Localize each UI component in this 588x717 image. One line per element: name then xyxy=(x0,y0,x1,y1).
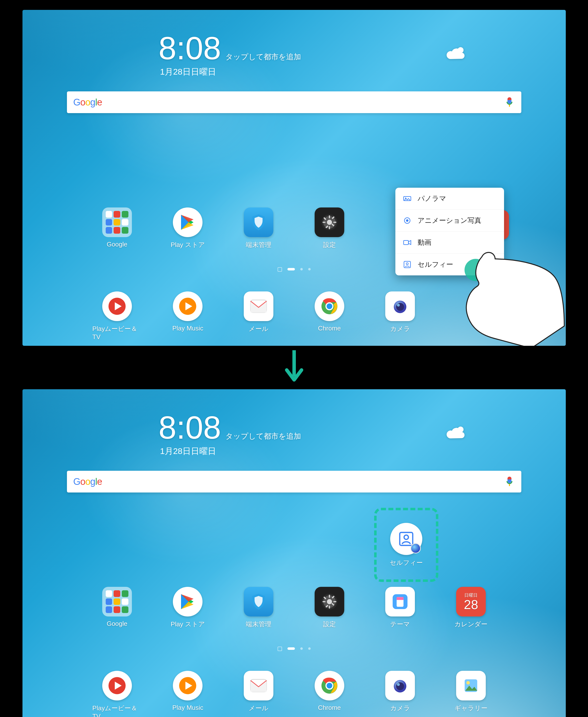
app-label: Playムービー＆TV xyxy=(92,324,142,341)
play-movies-icon xyxy=(102,671,132,700)
app-grid-row-2: Playムービー＆TV Play Music メール Chrome カメラ ギャ… xyxy=(82,671,506,717)
page-dot[interactable] xyxy=(300,647,303,650)
home-page-dot[interactable] xyxy=(278,267,282,272)
popup-item-label: パノラマ xyxy=(418,194,446,203)
app-label: Play ストア xyxy=(171,240,205,249)
app-grid-row-1: Google Play ストア 端末管理 設定 テーマ 日曜日 28 カレンダー xyxy=(82,587,506,629)
clock-add-city-hint[interactable]: タップして都市を追加 xyxy=(226,52,301,62)
tablet-home-screen-after: 8:08 タップして都市を追加 1月28日日曜日 Google セルフィー xyxy=(22,389,566,717)
google-search-bar[interactable]: Google xyxy=(67,471,521,492)
page-dot[interactable] xyxy=(288,268,295,271)
weather-widget[interactable] xyxy=(443,41,467,65)
folder-icon xyxy=(102,587,132,616)
app-label: Google xyxy=(107,240,127,248)
clock-time: 8:08 xyxy=(159,32,221,64)
gallery-app[interactable]: ギャラリー xyxy=(446,671,496,717)
themes-app[interactable]: テーマ xyxy=(375,587,425,629)
popup-item-label: アニメーション写真 xyxy=(418,216,481,225)
camera-app[interactable]: カメラ xyxy=(375,671,425,717)
play-store-app[interactable]: Play ストア xyxy=(163,587,212,629)
app-label: メール xyxy=(249,704,269,713)
gallery-icon xyxy=(456,671,486,700)
popup-item-label: セルフィー xyxy=(418,260,453,269)
app-label: カレンダー xyxy=(455,620,487,629)
google-folder[interactable]: Google xyxy=(92,587,142,629)
play-music-icon xyxy=(173,292,203,321)
phone-manager-app[interactable]: 端末管理 xyxy=(234,208,283,249)
play-music-icon xyxy=(173,671,203,700)
app-label: テーマ xyxy=(390,620,410,629)
tablet-home-screen-before: 8:08 タップして都市を追加 1月28日日曜日 Google 日曜日 28 G… xyxy=(22,10,566,346)
voice-search-icon[interactable] xyxy=(504,476,515,488)
page-dot[interactable] xyxy=(308,647,311,650)
google-logo: Google xyxy=(74,477,102,487)
settings-app[interactable]: 設定 xyxy=(305,208,354,249)
chrome-icon xyxy=(315,292,344,321)
mail-app[interactable]: メール xyxy=(234,671,283,717)
clock-widget[interactable]: 8:08 タップして都市を追加 1月28日日曜日 xyxy=(159,412,301,457)
chrome-app[interactable]: Chrome xyxy=(305,671,354,717)
play-movies-app[interactable]: Playムービー＆TV xyxy=(92,671,142,717)
app-label: メール xyxy=(249,324,269,333)
page-dot[interactable] xyxy=(300,268,303,271)
app-label: Play Music xyxy=(172,324,204,332)
popup-item-label: 動画 xyxy=(418,238,432,247)
mail-app[interactable]: メール xyxy=(234,292,283,341)
camera-icon xyxy=(385,292,415,321)
app-label: 設定 xyxy=(323,620,336,629)
shield-icon xyxy=(244,208,273,237)
camera-lens-badge-icon xyxy=(411,543,421,553)
settings-app[interactable]: 設定 xyxy=(305,587,354,629)
page-dot[interactable] xyxy=(288,647,295,650)
app-label: Chrome xyxy=(318,704,341,712)
app-label: Play Music xyxy=(172,704,204,712)
page-indicator[interactable] xyxy=(22,647,566,651)
selfie-shortcut-highlight: セルフィー xyxy=(374,508,438,582)
app-label: カメラ xyxy=(390,324,410,333)
selfie-icon xyxy=(402,259,412,270)
google-search-bar[interactable]: Google xyxy=(67,91,521,113)
camera-icon xyxy=(385,671,415,700)
play-store-icon xyxy=(173,587,203,616)
chrome-app[interactable]: Chrome xyxy=(305,292,354,341)
voice-search-icon[interactable] xyxy=(504,96,515,108)
play-music-app[interactable]: Play Music xyxy=(163,292,212,341)
mail-icon xyxy=(244,292,273,321)
gear-icon xyxy=(315,587,344,616)
mail-icon xyxy=(244,671,273,700)
camera-app[interactable]: カメラ xyxy=(375,292,425,341)
status-widgets: 8:08 タップして都市を追加 1月28日日曜日 xyxy=(22,412,566,457)
theme-icon xyxy=(385,587,415,616)
calendar-app[interactable]: 日曜日 28 カレンダー xyxy=(446,587,496,629)
play-music-app[interactable]: Play Music xyxy=(163,671,212,717)
popup-item-animation-photo[interactable]: アニメーション写真 xyxy=(395,209,504,231)
popup-item-panorama[interactable]: パノラマ xyxy=(395,188,504,209)
app-label: Chrome xyxy=(318,324,341,332)
clock-widget[interactable]: 8:08 タップして都市を追加 1月28日日曜日 xyxy=(159,32,301,78)
play-movies-app[interactable]: Playムービー＆TV xyxy=(92,292,142,341)
app-label: 端末管理 xyxy=(246,620,271,629)
google-folder[interactable]: Google xyxy=(92,208,142,249)
app-grid-row-2: Playムービー＆TV Play Music メール Chrome カメラ xyxy=(82,292,506,341)
page-dot[interactable] xyxy=(308,268,311,271)
calendar-icon: 日曜日 28 xyxy=(456,587,486,616)
record-icon xyxy=(402,216,412,226)
app-label: 端末管理 xyxy=(246,240,271,249)
app-label: 設定 xyxy=(323,240,336,249)
play-store-app[interactable]: Play ストア xyxy=(163,208,212,249)
home-page-dot[interactable] xyxy=(278,647,282,651)
transition-arrow-icon xyxy=(0,350,588,385)
selfie-shortcut[interactable] xyxy=(390,523,422,555)
app-label: Playムービー＆TV xyxy=(92,704,142,717)
clock-date: 1月28日日曜日 xyxy=(160,446,216,457)
google-logo: Google xyxy=(74,97,102,108)
clock-add-city-hint[interactable]: タップして都市を追加 xyxy=(226,431,301,441)
status-widgets: 8:08 タップして都市を追加 1月28日日曜日 xyxy=(22,32,566,78)
weather-widget[interactable] xyxy=(443,420,467,445)
phone-manager-app[interactable]: 端末管理 xyxy=(234,587,283,629)
hand-pointer-illustration xyxy=(452,250,566,346)
play-store-icon xyxy=(173,208,203,237)
app-label: Play ストア xyxy=(171,620,205,629)
folder-icon xyxy=(102,208,132,237)
shield-icon xyxy=(244,587,273,616)
